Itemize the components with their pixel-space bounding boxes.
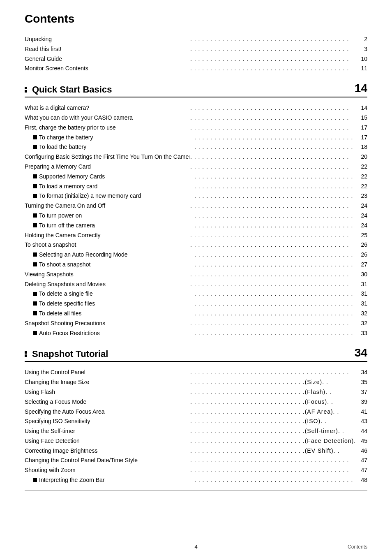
toc-entry-label: Viewing Snapshots xyxy=(25,270,189,280)
toc-entry: Interpreting the Zoom Bar. . . . . . . .… xyxy=(25,475,367,485)
toc-dots: . . . . . . . . . . . . . . . . . . . . … xyxy=(194,211,355,221)
toc-entry: To shoot a snapshot. . . . . . . . . . .… xyxy=(25,240,367,250)
toc-page-num: 14 xyxy=(356,103,367,113)
footer-contents-label: Contents xyxy=(348,544,367,550)
toc-dots: . . . . . . . . . . . . . . . . . . . . … xyxy=(190,397,355,407)
toc-entry: Changing the Image Size . . . . . . . . … xyxy=(25,377,367,387)
toc-entry-label: To delete all files xyxy=(25,309,194,319)
toc-page-num: 47 xyxy=(356,456,367,465)
toc-entry-label: To turn power on xyxy=(25,211,194,221)
section-header: Snapshot Tutorial34 xyxy=(25,346,367,362)
toc-dots: . . . . . . . . . . . . . . . . . . . . … xyxy=(190,465,355,475)
section-icon xyxy=(25,351,27,357)
toc-entry: Correcting Image Brightness . . . . . . … xyxy=(25,446,367,456)
toc-entry: To delete specific files. . . . . . . . … xyxy=(25,299,367,309)
toc-page-num: 37 xyxy=(356,387,367,397)
section-icon xyxy=(25,87,27,93)
toc-dots: . . . . . . . . . . . . . . . . . . . . … xyxy=(190,387,355,397)
toc-dots: . . . . . . . . . . . . . . . . . . . . … xyxy=(194,172,355,182)
toc-entry-label: Specifying ISO Sensitivity xyxy=(25,417,189,426)
page-container: Contents Unpacking. . . . . . . . . . . … xyxy=(0,0,392,518)
toc-dots: . . . . . . . . . . . . . . . . . . . . … xyxy=(194,260,355,270)
toc-page-num: 17 xyxy=(356,123,367,133)
bullet-icon xyxy=(33,184,37,188)
toc-dots: . . . . . . . . . . . . . . . . . . . . … xyxy=(190,319,355,329)
toc-page-num: 31 xyxy=(356,280,367,289)
toc-entry-label: Turning the Camera On and Off xyxy=(25,201,189,211)
toc-page-num: 2 xyxy=(356,35,367,44)
toc-page-num: 20 xyxy=(356,152,367,162)
toc-page-num: 15 xyxy=(356,113,367,123)
toc-page-num: 11 xyxy=(356,64,367,74)
section-title: Snapshot Tutorial xyxy=(25,349,108,359)
toc-dots: . . . . . . . . . . . . . . . . . . . . … xyxy=(194,182,355,192)
toc-dots: . . . . . . . . . . . . . . . . . . . . … xyxy=(190,201,355,211)
toc-dots: . . . . . . . . . . . . . . . . . . . . … xyxy=(190,152,355,162)
toc-entry: To turn off the camera. . . . . . . . . … xyxy=(25,221,367,231)
toc-entry: Supported Memory Cards. . . . . . . . . … xyxy=(25,172,367,182)
toc-entry-label: General Guide xyxy=(25,54,189,64)
toc-dots: . . . . . . . . . . . . . . . . . . . . … xyxy=(194,299,355,309)
toc-dots: . . . . . . . . . . . . . . . . . . . . … xyxy=(194,133,355,143)
toc-entry-label: Specifying the Auto Focus Area xyxy=(25,407,189,417)
toc-entry-label: Monitor Screen Contents xyxy=(25,64,189,74)
bullet-icon xyxy=(33,213,37,218)
bullet-icon xyxy=(33,223,37,227)
toc-entry-label: Deleting Snapshots and Movies xyxy=(25,280,189,289)
toc-page-num: 47 xyxy=(356,465,367,475)
toc-entry-label: To shoot a snapshot xyxy=(25,260,194,270)
toc-dots: . . . . . . . . . . . . . . . . . . . . … xyxy=(190,446,355,456)
toc-dots: . . . . . . . . . . . . . . . . . . . . … xyxy=(190,64,355,74)
toc-page-num: 31 xyxy=(356,289,367,299)
toc-entry: Unpacking. . . . . . . . . . . . . . . .… xyxy=(25,35,367,44)
toc-entry: To turn power on. . . . . . . . . . . . … xyxy=(25,211,367,221)
toc-page-num: 10 xyxy=(356,54,367,64)
toc-page-num: 3 xyxy=(356,44,367,54)
toc-entry-label: Shooting with Zoom xyxy=(25,465,189,475)
toc-entry-label: To shoot a snapshot xyxy=(25,240,189,250)
toc-dots: . . . . . . . . . . . . . . . . . . . . … xyxy=(190,280,355,289)
bullet-icon xyxy=(33,252,37,257)
toc-entry: Read this first!. . . . . . . . . . . . … xyxy=(25,44,367,54)
toc-page-num: 34 xyxy=(356,368,367,377)
toc-entry-label: Read this first! xyxy=(25,44,189,54)
toc-entry: Specifying ISO Sensitivity . . . . . . .… xyxy=(25,417,367,426)
toc-page-num: 22 xyxy=(356,162,367,172)
toc-dots: . . . . . . . . . . . . . . . . . . . . … xyxy=(190,231,355,241)
toc-page-num: 26 xyxy=(356,250,367,260)
toc-entry: What is a digital camera?. . . . . . . .… xyxy=(25,103,367,113)
toc-entry-label: To format (initialize) a new memory card xyxy=(25,191,194,201)
toc-dots: . . . . . . . . . . . . . . . . . . . . … xyxy=(190,417,355,426)
toc-entry: Selecting an Auto Recording Mode. . . . … xyxy=(25,250,367,260)
toc-entry: What you can do with your CASIO camera. … xyxy=(25,113,367,123)
toc-page-num: 17 xyxy=(356,133,367,143)
toc-entry: Using Flash . . . . . . . . . . . . . . … xyxy=(25,387,367,397)
toc-entry-label: Supported Memory Cards xyxy=(25,172,194,182)
toc-dots: . . . . . . . . . . . . . . . . . . . . … xyxy=(194,142,355,152)
section-num: 14 xyxy=(355,82,367,95)
toc-page-num: 18 xyxy=(356,142,367,152)
footer: 4 xyxy=(0,544,392,550)
toc-entry: To shoot a snapshot. . . . . . . . . . .… xyxy=(25,260,367,270)
toc-dots: . . . . . . . . . . . . . . . . . . . . … xyxy=(190,113,355,123)
toc-page-num: 48 xyxy=(356,475,367,485)
toc-entry: To format (initialize) a new memory card… xyxy=(25,191,367,201)
toc-entry-label: To charge the battery xyxy=(25,133,194,143)
toc-entry-label: To delete a single file xyxy=(25,289,194,299)
toc-entry-label: Selecting an Auto Recording Mode xyxy=(25,250,194,260)
toc-page-num: 32 xyxy=(356,309,367,319)
toc-entry: To charge the battery. . . . . . . . . .… xyxy=(25,133,367,143)
toc-entry: General Guide. . . . . . . . . . . . . .… xyxy=(25,54,367,64)
footer-divider xyxy=(25,490,367,491)
toc-page-num: 44 xyxy=(356,426,367,436)
toc-dots: . . . . . . . . . . . . . . . . . . . . … xyxy=(190,456,355,465)
toc-dots: . . . . . . . . . . . . . . . . . . . . … xyxy=(190,270,355,280)
toc-page-num: 43 xyxy=(356,417,367,426)
toc-entry-label: What is a digital camera? xyxy=(25,103,189,113)
toc-dots: . . . . . . . . . . . . . . . . . . . . … xyxy=(194,309,355,319)
toc-entry: Monitor Screen Contents. . . . . . . . .… xyxy=(25,64,367,74)
toc-dots: . . . . . . . . . . . . . . . . . . . . … xyxy=(190,377,355,387)
toc-dots: . . . . . . . . . . . . . . . . . . . . … xyxy=(194,289,355,299)
toc-dots: . . . . . . . . . . . . . . . . . . . . … xyxy=(190,162,355,172)
toc-entry: Configuring Basic Settings the First Tim… xyxy=(25,152,367,162)
